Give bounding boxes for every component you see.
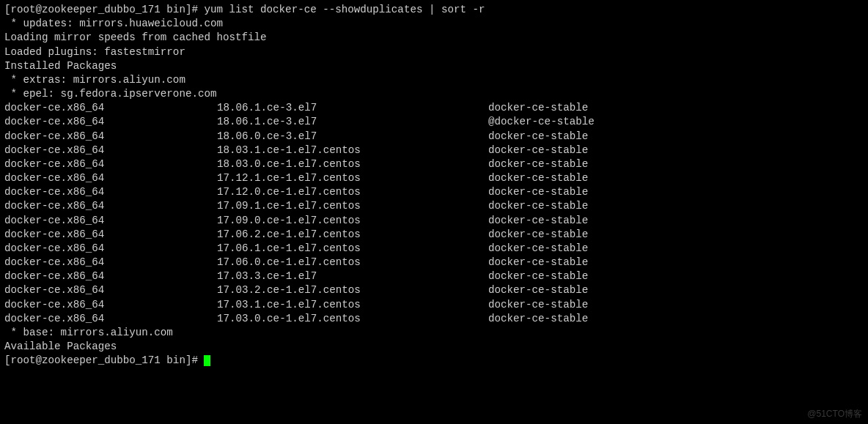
package-name: docker-ce.x86_64	[4, 256, 217, 269]
package-row: docker-ce.x86_6417.03.2.ce-1.el7.centosd…	[4, 283, 864, 297]
package-name: docker-ce.x86_64	[4, 115, 217, 129]
package-name: docker-ce.x86_64	[4, 228, 217, 242]
package-name: docker-ce.x86_64	[4, 269, 217, 283]
package-row: docker-ce.x86_6418.06.1.ce-3.el7docker-c…	[4, 101, 864, 115]
package-row: docker-ce.x86_6418.06.0.ce-3.el7docker-c…	[4, 130, 864, 144]
terminal-output[interactable]: [root@zookeeper_dubbo_171 bin]# yum list…	[4, 3, 864, 368]
package-version: 17.06.2.ce-1.el7.centos	[217, 228, 488, 242]
package-name: docker-ce.x86_64	[4, 312, 217, 326]
package-version: 17.03.1.ce-1.el7.centos	[217, 298, 488, 312]
package-repo: docker-ce-stable	[488, 256, 588, 269]
package-repo: docker-ce-stable	[488, 157, 588, 171]
package-version: 18.06.1.ce-3.el7	[217, 101, 488, 115]
package-version: 18.03.1.ce-1.el7.centos	[217, 144, 488, 157]
package-repo: docker-ce-stable	[488, 228, 588, 242]
package-version: 17.03.3.ce-1.el7	[217, 269, 488, 283]
package-version: 17.09.0.ce-1.el7.centos	[217, 214, 488, 228]
package-name: docker-ce.x86_64	[4, 101, 217, 115]
output-line: * epel: sg.fedora.ipserverone.com	[4, 87, 864, 101]
package-row: docker-ce.x86_6417.12.1.ce-1.el7.centosd…	[4, 171, 864, 185]
package-repo: docker-ce-stable	[488, 185, 588, 199]
package-row: docker-ce.x86_6417.03.3.ce-1.el7docker-c…	[4, 269, 864, 283]
package-name: docker-ce.x86_64	[4, 185, 217, 199]
package-version: 17.12.0.ce-1.el7.centos	[217, 185, 488, 199]
output-line: Loading mirror speeds from cached hostfi…	[4, 31, 864, 45]
package-version: 17.12.1.ce-1.el7.centos	[217, 171, 488, 185]
package-row: docker-ce.x86_6417.06.2.ce-1.el7.centosd…	[4, 228, 864, 242]
output-line: * extras: mirrors.aliyun.com	[4, 73, 864, 87]
package-repo: docker-ce-stable	[488, 283, 588, 297]
package-row: docker-ce.x86_6417.03.1.ce-1.el7.centosd…	[4, 298, 864, 312]
package-repo: docker-ce-stable	[488, 101, 588, 115]
output-line: Loaded plugins: fastestmirror	[4, 45, 864, 59]
package-version: 17.06.0.ce-1.el7.centos	[217, 256, 488, 269]
package-repo: docker-ce-stable	[488, 298, 588, 312]
package-name: docker-ce.x86_64	[4, 298, 217, 312]
package-row: docker-ce.x86_6418.03.1.ce-1.el7.centosd…	[4, 144, 864, 157]
package-repo: docker-ce-stable	[488, 144, 588, 157]
package-name: docker-ce.x86_64	[4, 130, 217, 144]
package-repo: docker-ce-stable	[488, 312, 588, 326]
output-line: Available Packages	[4, 340, 864, 354]
package-version: 18.03.0.ce-1.el7.centos	[217, 157, 488, 171]
output-line: Installed Packages	[4, 59, 864, 73]
watermark: @51CTO博客	[807, 408, 862, 420]
shell-prompt-line[interactable]: [root@zookeeper_dubbo_171 bin]#	[4, 354, 864, 368]
package-row: docker-ce.x86_6417.09.0.ce-1.el7.centosd…	[4, 214, 864, 228]
package-name: docker-ce.x86_64	[4, 171, 217, 185]
package-version: 17.06.1.ce-1.el7.centos	[217, 242, 488, 256]
package-repo: docker-ce-stable	[488, 214, 588, 228]
package-version: 17.03.0.ce-1.el7.centos	[217, 312, 488, 326]
shell-prompt-line: [root@zookeeper_dubbo_171 bin]# yum list…	[4, 3, 864, 17]
package-row: docker-ce.x86_6417.06.1.ce-1.el7.centosd…	[4, 242, 864, 256]
output-line: * base: mirrors.aliyun.com	[4, 326, 864, 340]
package-name: docker-ce.x86_64	[4, 283, 217, 297]
package-name: docker-ce.x86_64	[4, 157, 217, 171]
package-version: 18.06.1.ce-3.el7	[217, 115, 488, 129]
package-repo: docker-ce-stable	[488, 242, 588, 256]
package-repo: docker-ce-stable	[488, 269, 588, 283]
package-row: docker-ce.x86_6418.03.0.ce-1.el7.centosd…	[4, 157, 864, 171]
package-repo: @docker-ce-stable	[488, 115, 595, 129]
package-version: 17.03.2.ce-1.el7.centos	[217, 283, 488, 297]
package-row: docker-ce.x86_6418.06.1.ce-3.el7@docker-…	[4, 115, 864, 129]
package-row: docker-ce.x86_6417.12.0.ce-1.el7.centosd…	[4, 185, 864, 199]
package-name: docker-ce.x86_64	[4, 214, 217, 228]
cursor	[204, 355, 210, 366]
package-repo: docker-ce-stable	[488, 199, 588, 213]
package-name: docker-ce.x86_64	[4, 144, 217, 157]
package-repo: docker-ce-stable	[488, 130, 588, 144]
package-version: 18.06.0.ce-3.el7	[217, 130, 488, 144]
package-row: docker-ce.x86_6417.06.0.ce-1.el7.centosd…	[4, 256, 864, 269]
output-line: * updates: mirrors.huaweicloud.com	[4, 17, 864, 31]
package-name: docker-ce.x86_64	[4, 199, 217, 213]
package-repo: docker-ce-stable	[488, 171, 588, 185]
package-version: 17.09.1.ce-1.el7.centos	[217, 199, 488, 213]
package-row: docker-ce.x86_6417.03.0.ce-1.el7.centosd…	[4, 312, 864, 326]
package-row: docker-ce.x86_6417.09.1.ce-1.el7.centosd…	[4, 199, 864, 213]
package-name: docker-ce.x86_64	[4, 242, 217, 256]
